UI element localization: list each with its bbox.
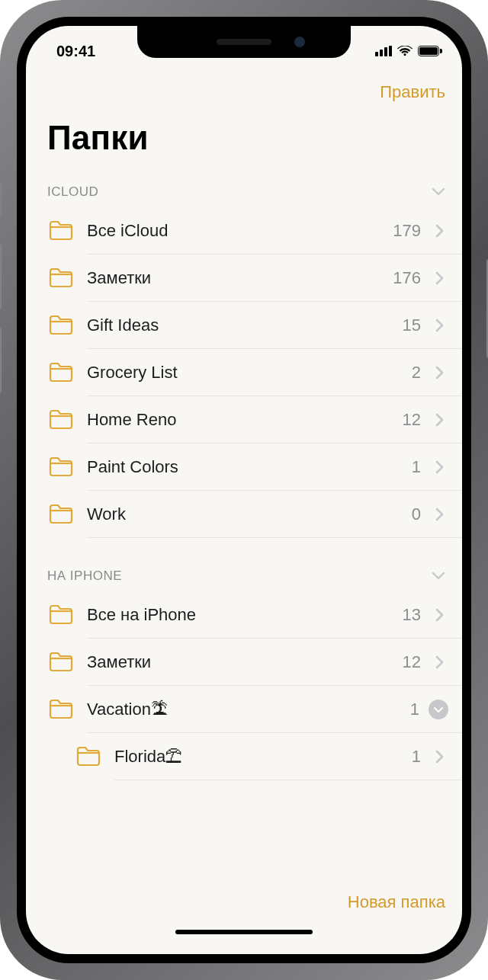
section-header-label: ICLOUD (47, 184, 98, 200)
folder-icon (47, 649, 75, 676)
chevron-right-icon (430, 319, 448, 332)
device-frame: 09:41 Править Папки ICLO (0, 0, 488, 980)
front-camera (294, 37, 305, 47)
chevron-right-icon (430, 508, 448, 521)
folder-row[interactable]: Paint Colors1 (26, 444, 462, 491)
chevron-right-icon (430, 460, 448, 474)
folder-row[interactable]: Vacation🏝1 (26, 686, 462, 733)
folder-row[interactable]: Work0 (26, 491, 462, 538)
folder-icon (47, 406, 75, 434)
folder-row[interactable]: Все на iPhone13 (26, 591, 462, 639)
folder-count: 2 (412, 363, 430, 383)
battery-icon (418, 46, 442, 56)
folder-list[interactable]: ICLOUDВсе iCloud179Заметки176Gift Ideas1… (26, 177, 462, 878)
section-gap (26, 538, 462, 561)
toolbar: Новая папка (26, 878, 462, 927)
folder-label: Заметки (75, 268, 393, 288)
folder-icon (47, 264, 75, 292)
chevron-right-icon (430, 224, 448, 238)
folder-icon (75, 743, 102, 770)
folder-count: 179 (393, 221, 430, 241)
folder-label: Home Reno (75, 410, 403, 430)
device-bezel: 09:41 Править Папки ICLO (17, 17, 471, 963)
folder-count: 13 (403, 605, 430, 625)
speaker-grille (217, 39, 271, 45)
home-indicator-area (26, 927, 462, 954)
folder-count: 12 (403, 652, 430, 672)
chevron-right-icon (430, 608, 448, 622)
notch (137, 26, 351, 58)
new-folder-button[interactable]: Новая папка (348, 892, 445, 912)
folder-label: Gift Ideas (75, 315, 403, 335)
chevron-right-icon (430, 366, 448, 380)
volume-down-button (0, 328, 2, 393)
folder-icon (47, 217, 75, 245)
folder-row[interactable]: Florida⛱1 (26, 733, 462, 780)
chevron-right-icon (430, 655, 448, 669)
folder-row[interactable]: Grocery List2 (26, 349, 462, 396)
folder-row[interactable]: Все iCloud179 (26, 207, 462, 255)
folder-icon (47, 312, 75, 339)
folder-label: Paint Colors (75, 457, 412, 477)
wifi-icon (397, 46, 413, 56)
folder-count: 1 (412, 747, 430, 767)
folder-row[interactable]: Gift Ideas15 (26, 302, 462, 349)
folder-row[interactable]: Заметки12 (26, 639, 462, 686)
mute-switch (0, 183, 2, 216)
folder-icon (47, 601, 75, 629)
folder-label: Work (75, 504, 412, 524)
folder-icon (47, 359, 75, 386)
folder-count: 1 (412, 457, 430, 477)
folder-icon (47, 696, 75, 723)
folder-icon (47, 501, 75, 528)
folder-row[interactable]: Заметки176 (26, 255, 462, 302)
folder-label: Grocery List (75, 363, 412, 383)
folder-label: Florida⛱ (102, 747, 412, 767)
folder-icon (47, 453, 75, 481)
page-title: Папки (26, 114, 462, 177)
folder-label: Все на iPhone (75, 605, 403, 625)
folder-count: 15 (403, 315, 430, 335)
chevron-down-icon[interactable] (432, 568, 445, 584)
folder-count: 0 (412, 504, 430, 524)
chevron-right-icon (430, 413, 448, 427)
chevron-down-icon[interactable] (432, 184, 445, 200)
folder-count: 1 (410, 700, 429, 719)
folder-label: Заметки (75, 652, 403, 672)
chevron-right-icon (430, 271, 448, 285)
nav-bar: Править (26, 70, 462, 114)
collapse-toggle-icon[interactable] (429, 700, 448, 719)
section-header-label: НА IPHONE (47, 568, 122, 584)
volume-up-button (0, 244, 2, 309)
section-header[interactable]: ICLOUD (26, 177, 462, 207)
edit-button[interactable]: Править (380, 82, 445, 102)
folder-label: Все iCloud (75, 221, 393, 241)
status-time: 09:41 (56, 43, 95, 59)
row-divider (114, 780, 462, 780)
row-divider (87, 537, 462, 538)
section-header[interactable]: НА IPHONE (26, 561, 462, 591)
home-indicator[interactable] (175, 930, 313, 934)
folder-row[interactable]: Home Reno12 (26, 396, 462, 444)
folder-count: 176 (393, 268, 430, 288)
screen: 09:41 Править Папки ICLO (26, 26, 462, 954)
cellular-signal-icon (375, 46, 392, 56)
chevron-right-icon (430, 750, 448, 764)
folder-count: 12 (403, 410, 430, 430)
folder-label: Vacation🏝 (75, 700, 410, 719)
